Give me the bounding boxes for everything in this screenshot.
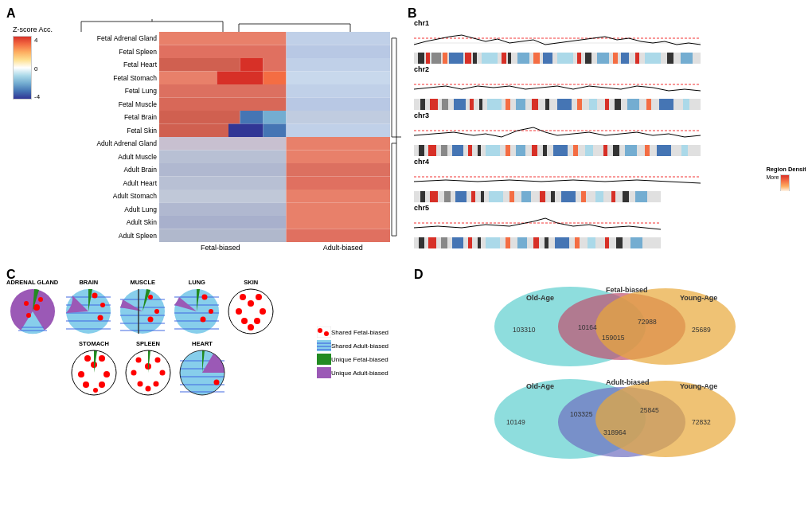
svg-rect-22 [287,98,391,111]
svg-rect-122 [645,145,650,156]
svg-point-237 [318,328,322,333]
svg-point-212 [103,371,110,377]
venn-bottom-svg: Old-Age Adult-biased Young-Age 10149 103… [482,373,737,460]
svg-rect-17 [264,72,287,85]
svg-rect-147 [428,237,436,248]
legend-label-shared-fetal: Shared Fetal-biased [331,329,388,336]
svg-point-202 [260,308,266,315]
pie-heart: HEART [178,340,226,397]
row-label-1: Fetal Spleen [80,48,157,56]
legend-val-mid: 0 [34,65,40,72]
svg-rect-58 [418,53,424,64]
chr5-color [414,237,806,248]
svg-point-213 [78,371,84,377]
svg-rect-26 [287,111,391,124]
svg-text:318964: 318964 [603,428,627,436]
svg-rect-43 [159,216,287,229]
svg-point-187 [148,317,154,323]
svg-rect-34 [287,151,391,164]
panel-d-label: D [414,268,424,282]
svg-rect-64 [473,53,477,64]
svg-rect-11 [159,58,240,72]
legend-gradient [13,36,32,100]
svg-rect-128 [430,191,438,202]
panel-a: A Z-score Acc. 4 0 -4 [6,6,404,264]
svg-rect-132 [481,191,484,202]
pie-muscle-label: MUSCLE [130,279,155,286]
pie-muscle: MUSCLE [119,279,166,335]
svg-point-214 [99,381,105,388]
svg-rect-136 [540,191,545,202]
svg-rect-124 [681,145,688,156]
chr-row-4: chr4 Region Density More Less [414,158,806,202]
chr2-line-svg [414,73,806,99]
svg-text:10164: 10164 [578,323,597,331]
svg-rect-63 [465,53,471,64]
chr3-label: chr3 [414,111,806,119]
svg-rect-70 [543,53,552,64]
dendrogram-right-svg [390,32,404,242]
svg-point-258 [595,381,736,457]
chr-row-5: chr5 [414,204,806,248]
panel-b-label: B [408,6,417,21]
svg-rect-96 [589,99,597,110]
svg-point-221 [136,358,142,363]
svg-point-223 [131,370,137,376]
svg-rect-89 [487,99,502,110]
svg-rect-65 [482,53,498,64]
legend-val-bot: -4 [34,93,40,100]
chr1-label: chr1 [414,19,806,27]
svg-point-185 [148,295,153,299]
chr2-label: chr2 [414,65,806,73]
svg-rect-114 [532,145,537,156]
legend-val-top: 4 [34,37,40,44]
pie-lung-label: LUNG [189,279,205,286]
svg-rect-20 [287,84,391,98]
legend-item-shared-fetal: Shared Fetal-biased [317,327,404,338]
svg-rect-75 [613,53,618,64]
svg-rect-37 [159,177,287,190]
svg-rect-79 [667,53,673,64]
svg-rect-113 [516,145,525,156]
svg-rect-243 [317,354,331,365]
svg-rect-32 [287,137,391,151]
svg-rect-95 [577,99,582,110]
svg-rect-97 [605,99,609,110]
legend-label-unique-fetal: Unique Fetal-biased [331,356,388,363]
heatmap-content: Fetal Adrenal Gland Fetal Spleen Fetal H… [80,32,404,242]
svg-rect-160 [605,237,609,248]
svg-point-204 [254,318,260,324]
svg-point-215 [83,381,89,388]
chr-row-3: chr3 [414,111,806,156]
panel-c-label: C [6,268,16,282]
svg-rect-161 [616,237,623,248]
svg-rect-31 [159,137,287,151]
svg-rect-85 [442,99,448,110]
heatmap-main: Fetal Adrenal Gland Fetal Spleen Fetal H… [80,18,404,252]
dendrogram-top [80,18,404,32]
pie-adrenal: ADRENAL GLAND [6,279,58,335]
svg-rect-68 [517,53,529,64]
svg-rect-25 [264,111,287,124]
svg-rect-30 [287,124,391,138]
row-labels: Fetal Adrenal Gland Fetal Spleen Fetal H… [80,32,159,242]
svg-rect-159 [588,237,595,248]
row-label-7: Fetal Skin [80,127,157,135]
svg-rect-105 [419,145,424,156]
chr3-line-svg [414,119,806,145]
row-label-10: Adult Brain [80,166,157,174]
row-label-5: Fetal Muscle [80,100,157,108]
density-legend-title: Region Density [766,166,806,173]
chr4-line-svg [414,166,806,191]
svg-rect-24 [240,111,264,124]
row-label-8: Adult Adrenal Gland [80,139,157,147]
svg-rect-148 [441,237,447,248]
svg-rect-117 [573,145,578,156]
legend-swatch-shared-adult [317,340,331,351]
svg-rect-137 [551,191,555,202]
dendrogram-top-svg [80,18,404,32]
svg-rect-120 [613,145,619,156]
svg-rect-27 [159,124,228,138]
dendrogram-right [390,32,404,242]
col-label-fetal: Fetal-biased [201,244,240,252]
